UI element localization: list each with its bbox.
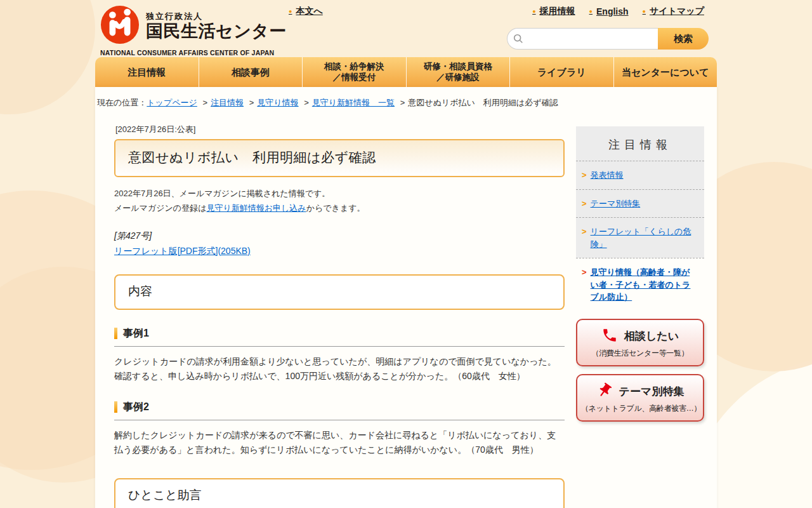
recruit-link[interactable]: 採用情報 <box>532 6 575 17</box>
org-type: 独立行政法人 <box>146 11 287 22</box>
sidebar-title: 注目情報 <box>576 126 704 161</box>
chevron-right-icon: > <box>582 266 587 279</box>
page-title: 意図せぬリボ払い 利用明細は必ず確認 <box>114 139 565 177</box>
skip-to-content-link[interactable]: 本文へ <box>289 6 323 17</box>
newsletter-signup-link[interactable]: 見守り新鮮情報お申し込み <box>206 203 306 213</box>
issue-number: [第427号] <box>114 231 565 242</box>
article-intro: 2022年7月26日、メールマガジンに掲載された情報です。 メールマガジンの登録… <box>114 187 565 216</box>
nav-tab-about[interactable]: 当センターについて <box>614 57 717 87</box>
breadcrumb-link-top[interactable]: トップページ <box>147 98 197 107</box>
sidebar-featured-box: 注目情報 > 発表情報 > テーマ別特集 > リーフレット「くらしの危険」 > <box>576 126 704 311</box>
sidebar-item-theme-features[interactable]: > テーマ別特集 <box>576 189 704 218</box>
org-name-en: NATIONAL CONSUMER AFFAIRS CENTER OF JAPA… <box>100 49 287 57</box>
breadcrumb-separator: > <box>249 98 254 107</box>
site-logo[interactable]: 独立行政法人 国民生活センター NATIONAL CONSUMER AFFAIR… <box>100 5 287 57</box>
breadcrumb: 現在の位置：トップページ >注目情報 >見守り情報 >見守り新鮮情報 一覧 >意… <box>95 87 717 109</box>
breadcrumb-separator: > <box>400 98 405 107</box>
org-name: 国民生活センター <box>146 22 287 41</box>
case1-heading: 事例1 <box>114 327 565 347</box>
utility-nav: 採用情報 English サイトマップ <box>532 6 704 17</box>
consultation-button-title: 相談したい <box>624 329 679 344</box>
theme-features-button-subtitle: （ネットトラブル、高齢者被害…） <box>581 403 699 414</box>
sidebar: 注目情報 > 発表情報 > テーマ別特集 > リーフレット「くらしの危険」 > <box>576 126 704 422</box>
bg-circle <box>0 0 95 114</box>
english-link[interactable]: English <box>589 6 629 17</box>
orange-bar-icon <box>114 328 117 339</box>
sidebar-item-label: リーフレット「くらしの危険」 <box>591 225 698 250</box>
breadcrumb-current: 意図せぬリボ払い 利用明細は必ず確認 <box>408 98 558 107</box>
search-button[interactable]: 検索 <box>658 28 709 50</box>
publish-date: [2022年7月26日:公表] <box>115 124 565 135</box>
nav-tab-featured[interactable]: 注目情報 <box>95 57 199 87</box>
consultation-button[interactable]: 相談したい （消費生活センター等一覧） <box>576 319 704 366</box>
theme-features-button-title: テーマ別特集 <box>619 384 684 399</box>
consultation-button-subtitle: （消費生活センター等一覧） <box>581 348 699 359</box>
nav-tab-library[interactable]: ライブラリ <box>510 57 614 87</box>
sidebar-item-label: 見守り情報（高齢者・障がい者・子ども・若者のトラブル防止） <box>591 266 698 304</box>
site-search: 検索 <box>507 28 709 50</box>
sidebar-item-leaflet[interactable]: > リーフレット「くらしの危険」 <box>576 217 704 258</box>
search-input[interactable] <box>507 28 658 50</box>
section-heading-content: 内容 <box>114 274 565 310</box>
intro-line2-before: メールマガジンの登録は <box>114 203 206 213</box>
breadcrumb-separator: > <box>202 98 207 107</box>
chevron-right-icon: > <box>582 197 587 210</box>
nav-tab-cases[interactable]: 相談事例 <box>199 57 303 87</box>
ncac-logo-icon <box>100 5 140 47</box>
orange-bar-icon <box>114 401 117 413</box>
chevron-right-icon: > <box>582 225 587 238</box>
breadcrumb-prefix: 現在の位置： <box>97 98 147 107</box>
breadcrumb-link-mimamori-list[interactable]: 見守り新鮮情報 一覧 <box>312 98 395 107</box>
article: [2022年7月26日:公表] 意図せぬリボ払い 利用明細は必ず確認 2022年… <box>114 109 565 508</box>
nav-tab-training[interactable]: 研修・相談員資格 ／研修施設 <box>407 57 511 87</box>
page: 独立行政法人 国民生活センター NATIONAL CONSUMER AFFAIR… <box>95 0 717 508</box>
sidebar-item-announcements[interactable]: > 発表情報 <box>576 161 704 189</box>
sidebar-item-mimamori-current[interactable]: > 見守り情報（高齢者・障がい者・子ども・若者のトラブル防止） <box>576 258 704 311</box>
breadcrumb-link-featured[interactable]: 注目情報 <box>211 98 244 107</box>
phone-icon <box>601 327 618 346</box>
sitemap-link[interactable]: サイトマップ <box>643 6 704 17</box>
content-area: 現在の位置：トップページ >注目情報 >見守り情報 >見守り新鮮情報 一覧 >意… <box>95 87 717 508</box>
case2-heading: 事例2 <box>114 401 565 420</box>
section-heading-advice: ひとこと助言 <box>114 478 565 508</box>
intro-line1: 2022年7月26日、メールマガジンに掲載された情報です。 <box>114 189 330 198</box>
global-nav: 注目情報 相談事例 相談・紛争解決 ／情報受付 研修・相談員資格 ／研修施設 ラ… <box>95 57 717 87</box>
case2-heading-label: 事例2 <box>123 401 149 414</box>
pdf-leaflet-link[interactable]: リーフレット版[PDF形式](205KB) <box>114 246 251 257</box>
site-header: 独立行政法人 国民生活センター NATIONAL CONSUMER AFFAIR… <box>95 0 717 57</box>
chevron-right-icon: > <box>582 169 587 182</box>
case1-body: クレジットカードの請求が利用金額より少ないと思っていたが、明細はアプリなので面倒… <box>114 354 565 384</box>
case2-body: 解約したクレジットカードの請求が来るので不審に思い、カード会社に尋ねると「リボ払… <box>114 428 565 457</box>
sidebar-item-label: 発表情報 <box>591 169 624 182</box>
sidebar-item-label: テーマ別特集 <box>591 197 641 210</box>
breadcrumb-link-mimamori[interactable]: 見守り情報 <box>257 98 298 107</box>
intro-line2-after: からできます。 <box>306 203 365 213</box>
breadcrumb-separator: > <box>304 98 309 107</box>
case1-heading-label: 事例1 <box>123 327 149 340</box>
pushpin-icon <box>596 382 613 401</box>
theme-features-button[interactable]: テーマ別特集 （ネットトラブル、高齢者被害…） <box>576 374 704 422</box>
nav-tab-dispute[interactable]: 相談・紛争解決 ／情報受付 <box>303 57 407 87</box>
